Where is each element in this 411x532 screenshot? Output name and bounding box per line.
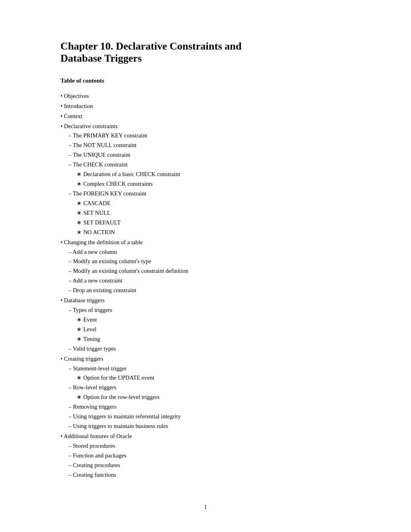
list-item: The UNIQUE constraint bbox=[68, 150, 351, 160]
item-label: Introduction bbox=[64, 103, 93, 109]
list-item: Types of triggers Event Level Timing bbox=[68, 305, 351, 344]
page-container: Chapter 10. Declarative Constraints and … bbox=[60, 0, 351, 532]
list-item: Declaration of a basic CHECK constraint bbox=[77, 170, 351, 179]
list-item: Creating triggers Statement-level trigge… bbox=[60, 354, 351, 431]
list-item: Modify an existing column's constraint d… bbox=[68, 266, 351, 276]
list-item: The PRIMARY KEY constraint bbox=[68, 131, 351, 141]
item-label: Context bbox=[64, 113, 83, 119]
list-item: The NOT NULL constraint bbox=[68, 141, 351, 150]
list-item: Introduction bbox=[60, 102, 351, 111]
list-item: Event bbox=[77, 315, 351, 325]
list-item: Removing triggers bbox=[68, 402, 351, 412]
sub-list: The PRIMARY KEY constraint The NOT NULL … bbox=[60, 131, 351, 237]
list-item: SET DEFAULT bbox=[77, 218, 351, 228]
sub-list: Types of triggers Event Level Timing Val… bbox=[60, 305, 351, 354]
item-label: Declarative constraints bbox=[64, 123, 118, 129]
chapter-title: Chapter 10. Declarative Constraints and … bbox=[60, 40, 351, 64]
sub-sub-list: Option for the row-level triggers bbox=[68, 393, 351, 402]
list-item: Changing the definition of a table Add a… bbox=[60, 238, 351, 296]
sub-sub-list: Option for the UPDATE event bbox=[68, 373, 351, 383]
list-item: Modify an existing column's type bbox=[68, 257, 351, 266]
list-item: Valid trigger types bbox=[68, 344, 351, 354]
list-item: The CHECK constraint Declaration of a ba… bbox=[68, 160, 351, 189]
list-item: The FOREIGN KEY constraint CASCADE SET N… bbox=[68, 189, 351, 237]
list-item: NO ACTION bbox=[77, 228, 351, 237]
sub-list: Statement-level trigger Option for the U… bbox=[60, 364, 351, 431]
chapter-title-line2: Database Triggers bbox=[60, 52, 351, 64]
page-number: 1 bbox=[60, 504, 351, 511]
table-of-contents: Table of contents Objectives Introductio… bbox=[60, 76, 351, 480]
list-item: Option for the row-level triggers bbox=[77, 393, 351, 402]
item-label: Database triggers bbox=[64, 297, 105, 303]
list-item: Drop an existing constraint bbox=[68, 286, 351, 295]
list-item: Option for the UPDATE event bbox=[77, 373, 351, 383]
list-item: Context bbox=[60, 112, 351, 121]
sub-list: Add a new column Modify an existing colu… bbox=[60, 247, 351, 296]
list-item: SET NULL bbox=[77, 208, 351, 218]
list-item: Statement-level trigger Option for the U… bbox=[68, 364, 351, 383]
list-item: Timing bbox=[77, 335, 351, 344]
toc-heading: Table of contents bbox=[60, 76, 351, 86]
list-item: Add a new column bbox=[68, 247, 351, 257]
sub-sub-list: Declaration of a basic CHECK constraint … bbox=[68, 170, 351, 189]
toc-list: Objectives Introduction Context Declarat… bbox=[60, 91, 351, 480]
sub-sub-list: Event Level Timing bbox=[68, 315, 351, 344]
sub-sub-list: CASCADE SET NULL SET DEFAULT NO ACTION bbox=[68, 199, 351, 237]
list-item: Stored procedures bbox=[68, 441, 351, 451]
item-label: Objectives bbox=[64, 93, 89, 99]
list-item: Function and packages bbox=[68, 451, 351, 461]
list-item: Level bbox=[77, 325, 351, 335]
item-label: Changing the definition of a table bbox=[64, 239, 143, 245]
list-item: Row-level triggers Option for the row-le… bbox=[68, 383, 351, 402]
list-item: Declarative constraints The PRIMARY KEY … bbox=[60, 122, 351, 237]
list-item: Creating functions bbox=[68, 470, 351, 480]
list-item: Add a new constraint bbox=[68, 276, 351, 286]
item-label: Creating triggers bbox=[64, 355, 104, 362]
list-item: Additional features of Oracle Stored pro… bbox=[60, 432, 351, 480]
list-item: CASCADE bbox=[77, 199, 351, 208]
list-item: Using triggers to maintain business rule… bbox=[68, 422, 351, 431]
sub-list: Stored procedures Function and packages … bbox=[60, 441, 351, 480]
list-item: Objectives bbox=[60, 91, 351, 101]
list-item: Complex CHECK constraints bbox=[77, 179, 351, 189]
list-item: Using triggers to maintain referential i… bbox=[68, 412, 351, 422]
list-item: Creating procedures bbox=[68, 461, 351, 470]
chapter-title-line1: Chapter 10. Declarative Constraints and bbox=[60, 40, 351, 52]
list-item: Database triggers Types of triggers Even… bbox=[60, 296, 351, 354]
item-label: Additional features of Oracle bbox=[64, 433, 132, 439]
